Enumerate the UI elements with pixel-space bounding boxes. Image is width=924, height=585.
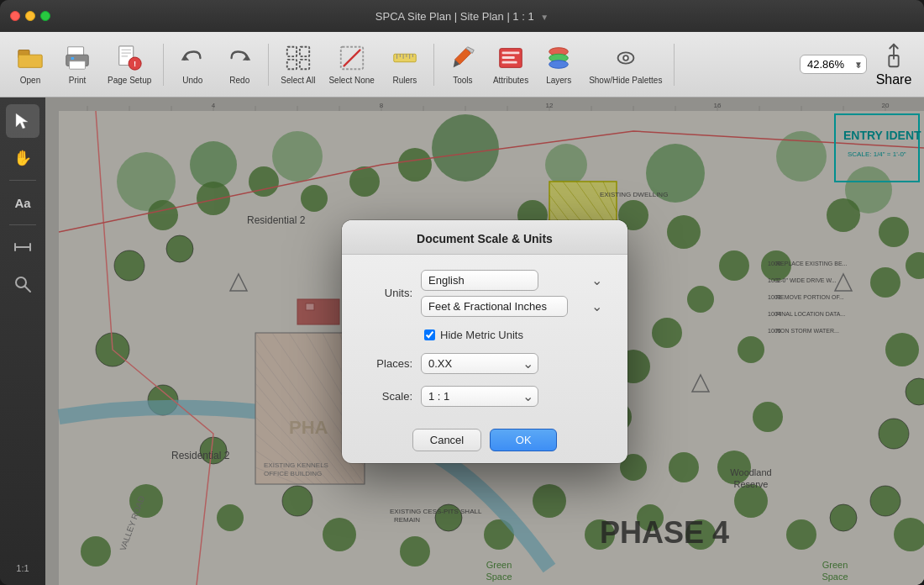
- sidebar: ✋ Aa 1:1: [0, 98, 45, 585]
- page-setup-button[interactable]: ! Page Setup: [102, 38, 156, 92]
- svg-rect-30: [502, 61, 517, 64]
- hide-metric-label: Hide Metric Units: [440, 329, 523, 341]
- zoom-select[interactable]: 42.86% 25% 50% 75% 100% 150%: [800, 55, 867, 74]
- unit-type-select-wrapper: Feet & Fractional Inches Feet & Decimal …: [421, 296, 607, 317]
- select-none-icon: [337, 43, 367, 73]
- units-select-arrow: ⌄: [591, 272, 602, 288]
- units-controls: English Metric ⌄ Feet & Fractional Inche…: [421, 270, 607, 317]
- attributes-label: Attributes: [493, 76, 528, 86]
- select-all-icon: [283, 43, 313, 73]
- svg-rect-14: [287, 47, 297, 56]
- traffic-lights: [10, 11, 50, 21]
- scale-select-wrapper: 1 : 1 1 : 2 1 : 10 1 : 100 ⌄: [421, 386, 538, 407]
- page-setup-label: Page Setup: [108, 76, 151, 86]
- rulers-button[interactable]: Rulers: [383, 38, 427, 92]
- svg-rect-4: [70, 61, 86, 69]
- toolbar-separator-1: [163, 44, 164, 86]
- print-button[interactable]: Print: [55, 38, 99, 92]
- rulers-icon: [390, 43, 420, 73]
- open-button[interactable]: Open: [8, 38, 52, 92]
- window-title: SPCA Site Plan | Site Plan | 1 : 1 ▼: [375, 10, 549, 23]
- cancel-button[interactable]: Cancel: [412, 429, 481, 451]
- layers-button[interactable]: Layers: [537, 38, 580, 92]
- units-select-wrapper: English Metric ⌄: [421, 270, 607, 291]
- close-button[interactable]: [10, 11, 20, 21]
- zoom-control: 42.86% 25% 50% 75% 100% 150% ▼ Share: [800, 38, 916, 92]
- units-row: Units: English Metric ⌄: [362, 270, 607, 317]
- canvas-area[interactable]: 4 8 12 16 20: [45, 98, 924, 585]
- search-tool[interactable]: [6, 267, 39, 301]
- modal-overlay: Document Scale & Units Units: English Me…: [45, 98, 924, 585]
- svg-line-19: [344, 50, 360, 66]
- svg-rect-28: [502, 51, 520, 54]
- dialog-title: Document Scale & Units: [359, 232, 611, 245]
- undo-icon: [177, 43, 207, 73]
- redo-button[interactable]: Redo: [218, 38, 261, 92]
- tools-button[interactable]: Tools: [441, 38, 485, 92]
- dialog-header: Document Scale & Units: [342, 220, 627, 255]
- svg-rect-17: [300, 60, 309, 69]
- scale-label: 1:1: [16, 563, 29, 573]
- svg-rect-9: [122, 55, 129, 56]
- svg-rect-1: [18, 55, 42, 67]
- layers-icon: [543, 43, 574, 73]
- places-select[interactable]: 0.XX 0.X 0.XXX: [421, 353, 538, 374]
- rulers-label: Rulers: [392, 76, 417, 86]
- svg-marker-39: [16, 113, 28, 129]
- tools-icon: [448, 43, 478, 73]
- title-chevron-icon[interactable]: ▼: [540, 13, 549, 22]
- scale-row: Scale: 1 : 1 1 : 2 1 : 10 1 : 100 ⌄: [362, 386, 607, 407]
- toolbar: Open Print !: [0, 32, 924, 98]
- attributes-icon: [496, 43, 526, 73]
- show-hide-button[interactable]: Show/Hide Palettes: [584, 38, 667, 92]
- dialog-footer: Cancel OK: [342, 420, 627, 463]
- svg-rect-29: [502, 56, 515, 59]
- select-all-button[interactable]: Select All: [276, 38, 320, 92]
- units-select[interactable]: English Metric: [421, 270, 538, 291]
- maximize-button[interactable]: [40, 11, 50, 21]
- svg-line-44: [25, 287, 31, 292]
- svg-point-33: [549, 61, 569, 68]
- sidebar-separator-2: [9, 224, 36, 225]
- undo-button[interactable]: Undo: [171, 38, 214, 92]
- unit-type-select-arrow: ⌄: [591, 298, 602, 314]
- places-label: Places:: [362, 357, 412, 370]
- arrow-tool[interactable]: [6, 104, 39, 138]
- select-none-button[interactable]: Select None: [323, 38, 379, 92]
- svg-rect-15: [300, 47, 309, 56]
- share-button[interactable]: Share: [872, 38, 916, 92]
- svg-text:!: !: [134, 59, 136, 68]
- hide-metric-row: Hide Metric Units: [424, 329, 607, 341]
- unit-type-select[interactable]: Feet & Fractional Inches Feet & Decimal …: [421, 296, 568, 317]
- titlebar: SPCA Site Plan | Site Plan | 1 : 1 ▼: [0, 0, 924, 32]
- ok-button[interactable]: OK: [490, 429, 557, 451]
- tools-label: Tools: [453, 76, 472, 86]
- toolbar-separator-2: [268, 44, 269, 86]
- places-row: Places: 0.XX 0.X 0.XXX ⌄: [362, 353, 607, 374]
- redo-icon: [224, 43, 255, 73]
- zoom-wrapper: 42.86% 25% 50% 75% 100% 150% ▼: [800, 55, 867, 74]
- title-label: SPCA Site Plan | Site Plan | 1 : 1: [375, 10, 534, 23]
- dialog-body: Units: English Metric ⌄: [342, 255, 627, 420]
- attributes-button[interactable]: Attributes: [488, 38, 533, 92]
- svg-point-36: [624, 56, 627, 60]
- share-label: Share: [876, 72, 912, 87]
- svg-rect-5: [71, 57, 74, 60]
- scale-select[interactable]: 1 : 1 1 : 2 1 : 10 1 : 100: [421, 386, 538, 407]
- scale-indicator: 1:1: [11, 558, 34, 578]
- text-tool[interactable]: Aa: [6, 186, 39, 219]
- toolbar-separator-3: [433, 44, 434, 86]
- main-window: SPCA Site Plan | Site Plan | 1 : 1 ▼ Ope…: [0, 0, 924, 585]
- undo-label: Undo: [182, 76, 202, 86]
- minimize-button[interactable]: [25, 11, 35, 21]
- hide-metric-checkbox[interactable]: [424, 329, 435, 340]
- main-area: ✋ Aa 1:1: [0, 98, 924, 585]
- measure-tool[interactable]: [6, 230, 39, 264]
- units-label: Units:: [362, 287, 412, 299]
- layers-label: Layers: [546, 76, 571, 86]
- open-label: Open: [20, 76, 40, 86]
- show-hide-label: Show/Hide Palettes: [589, 76, 662, 86]
- svg-rect-7: [122, 50, 131, 50]
- hand-tool[interactable]: ✋: [6, 141, 39, 175]
- print-label: Print: [69, 76, 87, 86]
